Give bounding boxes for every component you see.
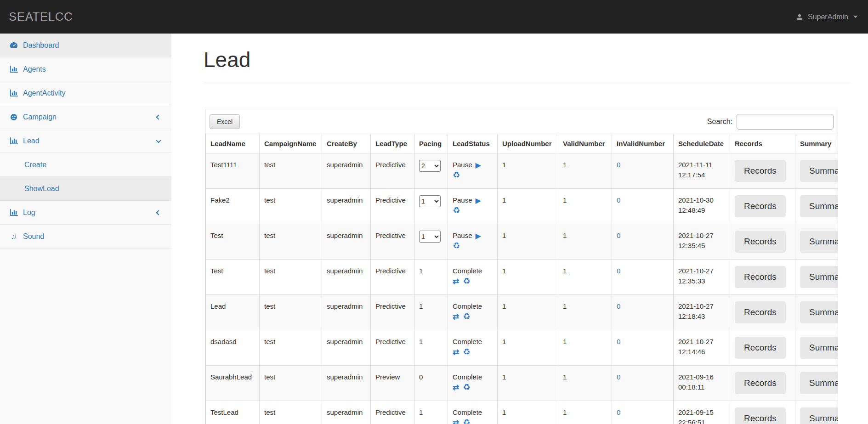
column-header-uploadnumber[interactable]: UploadNumber (498, 134, 558, 153)
invalid-number-link[interactable]: 0 (617, 373, 620, 381)
column-header-leadtype[interactable]: LeadType (371, 134, 414, 153)
summary-cell: Summary (795, 188, 839, 224)
recycle-icon[interactable]: ♻ (463, 277, 470, 287)
records-cell: Records (730, 188, 795, 224)
play-icon[interactable]: ▶ (476, 161, 481, 170)
summary-button[interactable]: Summary (800, 407, 838, 424)
column-header-leadstatus[interactable]: LeadStatus (448, 134, 498, 153)
invalid-number-link[interactable]: 0 (617, 338, 620, 345)
invalid-number-cell: 0 (612, 294, 674, 330)
lead-type-cell: Predictive (371, 294, 414, 330)
column-header-records[interactable]: Records (730, 134, 795, 153)
summary-button[interactable]: Summary (800, 231, 838, 253)
column-header-campaignname[interactable]: CampaignName (260, 134, 322, 153)
column-header-invalidnumber[interactable]: InValidNumber (612, 134, 674, 153)
recycle-icon[interactable]: ♻ (453, 241, 460, 251)
play-icon[interactable]: ▶ (476, 196, 481, 205)
summary-button[interactable]: Summary (800, 337, 838, 359)
sidebar-item-dashboard[interactable]: Dashboard (0, 34, 171, 57)
user-menu[interactable]: SuperAdmin (795, 13, 858, 21)
records-button[interactable]: Records (735, 301, 786, 323)
excel-export-button[interactable]: Excel (210, 114, 240, 129)
pacing-cell: 0 (414, 365, 448, 401)
recycle-icon[interactable]: ♻ (463, 312, 470, 322)
lead-status-cell: Pause ▶ ♻ (448, 188, 498, 224)
records-button[interactable]: Records (735, 337, 786, 359)
pacing-select[interactable]: 2 (419, 160, 441, 172)
lead-type-cell: Predictive (371, 188, 414, 224)
search-input[interactable] (737, 114, 834, 130)
lead-name-cell: Fake2 (206, 188, 260, 224)
records-button[interactable]: Records (735, 231, 786, 253)
retweet-icon[interactable]: ⇄ (453, 348, 459, 357)
schedule-date-cell: 2021-11-11 12:17:54 (674, 153, 730, 188)
sidebar-item-label: Dashboard (23, 41, 59, 50)
search-label: Search: (707, 118, 732, 126)
user-icon (795, 14, 804, 20)
recycle-icon[interactable]: ♻ (453, 206, 460, 216)
brand-link[interactable]: SEATELCC (9, 10, 73, 24)
campaign-name-cell: test (260, 259, 322, 294)
retweet-icon[interactable]: ⇄ (453, 312, 459, 322)
sidebar-item-campaign[interactable]: Campaign (0, 105, 171, 129)
sidebar-item-agents[interactable]: Agents (0, 57, 171, 81)
recycle-icon[interactable]: ♻ (463, 383, 470, 393)
pacing-select[interactable]: 1 (419, 231, 441, 243)
retweet-icon[interactable]: ⇄ (453, 277, 459, 286)
invalid-number-link[interactable]: 0 (617, 196, 620, 204)
upload-number-cell: 1 (498, 259, 558, 294)
valid-number-cell: 1 (558, 401, 612, 424)
invalid-number-link[interactable]: 0 (617, 232, 620, 239)
invalid-number-link[interactable]: 0 (617, 161, 620, 169)
sidebar-item-showlead[interactable]: ShowLead (0, 177, 171, 201)
invalid-number-cell: 0 (612, 188, 674, 224)
invalid-number-link[interactable]: 0 (617, 267, 620, 275)
sidebar-item-sound[interactable]: ♫ Sound (0, 225, 171, 249)
invalid-number-cell: 0 (612, 224, 674, 259)
column-header-createby[interactable]: CreateBy (322, 134, 371, 153)
column-header-summary[interactable]: Summary (795, 134, 839, 153)
column-header-pacing[interactable]: Pacing (414, 134, 448, 153)
invalid-number-link[interactable]: 0 (617, 408, 620, 416)
recycle-icon[interactable]: ♻ (463, 347, 470, 357)
lead-name-cell: TestLead (206, 401, 260, 424)
upload-number-cell: 1 (498, 224, 558, 259)
records-button[interactable]: Records (735, 407, 786, 424)
summary-button[interactable]: Summary (800, 372, 838, 394)
column-header-validnumber[interactable]: ValidNumber (558, 134, 612, 153)
schedule-date-cell: 2021-10-30 12:48:49 (674, 188, 730, 224)
pacing-select[interactable]: 1 (419, 195, 441, 207)
lead-status-cell: Complete ⇄ ♻ (448, 294, 498, 330)
records-button[interactable]: Records (735, 266, 786, 288)
records-button[interactable]: Records (735, 160, 786, 182)
sidebar-item-agentactivity[interactable]: AgentActivity (0, 81, 171, 105)
retweet-icon[interactable]: ⇄ (453, 383, 459, 392)
play-icon[interactable]: ▶ (476, 232, 481, 240)
records-cell: Records (730, 224, 795, 259)
user-name: SuperAdmin (808, 13, 848, 21)
sidebar-item-create[interactable]: Create (0, 153, 171, 177)
sidebar-item-log[interactable]: Log (0, 201, 171, 225)
invalid-number-cell: 0 (612, 401, 674, 424)
summary-button[interactable]: Summary (800, 301, 838, 323)
records-button[interactable]: Records (735, 195, 786, 217)
lead-table: LeadName CampaignName CreateBy LeadType … (205, 134, 838, 424)
retweet-icon[interactable]: ⇄ (453, 418, 459, 424)
pacing-cell: 1 (414, 259, 448, 294)
sidebar-item-lead[interactable]: Lead (0, 129, 171, 153)
column-header-leadname[interactable]: LeadName (206, 134, 260, 153)
summary-cell: Summary (795, 365, 839, 401)
campaign-name-cell: test (260, 188, 322, 224)
column-header-scheduledate[interactable]: ScheduleDate (674, 134, 730, 153)
summary-button[interactable]: Summary (800, 160, 838, 182)
summary-button[interactable]: Summary (800, 266, 838, 288)
recycle-icon[interactable]: ♻ (463, 418, 470, 424)
invalid-number-link[interactable]: 0 (617, 302, 620, 310)
sidebar-item-label: Sound (23, 232, 44, 241)
search-box: Search: (707, 114, 834, 130)
invalid-number-cell: 0 (612, 259, 674, 294)
recycle-icon[interactable]: ♻ (453, 170, 460, 181)
campaign-name-cell: test (260, 153, 322, 188)
summary-button[interactable]: Summary (800, 195, 838, 217)
records-button[interactable]: Records (735, 372, 786, 394)
